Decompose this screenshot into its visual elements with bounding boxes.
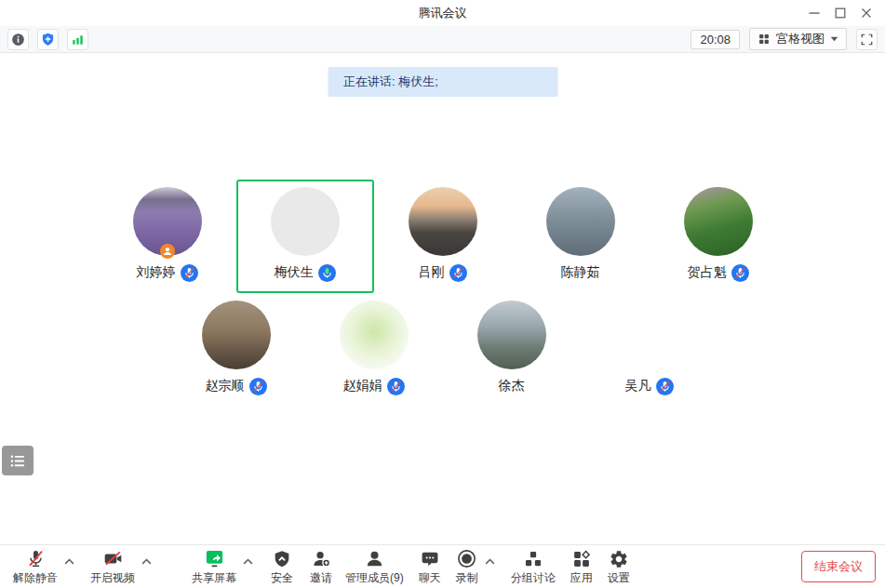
grid-view-icon	[758, 33, 771, 46]
toolbar-unmute[interactable]: 解除静音	[13, 548, 58, 586]
signal-bars-icon	[70, 32, 86, 47]
video-options-caret[interactable]	[141, 557, 153, 566]
toolbar-chat[interactable]: 聊天	[419, 548, 441, 586]
toolbar-record[interactable]: 录制	[456, 548, 478, 586]
top-toolbar: 20:08 宫格视图	[0, 26, 885, 53]
breakout-blocks-icon	[523, 549, 543, 569]
apps-grid-icon	[571, 549, 592, 569]
view-switcher-label: 宫格视图	[776, 31, 825, 47]
toolbar-apps-label: 应用	[570, 570, 593, 586]
toolbar-invite[interactable]: 邀请	[310, 548, 332, 586]
toolbar-invite-label: 邀请	[310, 570, 332, 586]
mic-muted-icon	[181, 264, 198, 282]
security-status-button[interactable]	[37, 29, 59, 50]
mic-muted-icon	[731, 264, 749, 282]
bottom-toolbar: 解除静音 开启视频 共享屏幕 安全 邀请 管理成员(9) 聊天 录制 分组讨论 …	[0, 544, 885, 588]
participant-name: 贺占魁	[688, 264, 727, 281]
members-icon	[364, 548, 385, 569]
participant-tile-0[interactable]: 刘婷婷	[99, 180, 236, 293]
avatar	[684, 187, 753, 256]
participant-tile-3[interactable]: 陈静茹	[512, 180, 650, 293]
end-meeting-button[interactable]: 结束会议	[801, 551, 876, 582]
toolbar-unmute-label: 解除静音	[13, 570, 58, 586]
participant-name: 吴凡	[625, 378, 651, 394]
meeting-info-button[interactable]	[7, 29, 29, 50]
minimize-button[interactable]	[801, 2, 827, 24]
toolbar-start-video-label: 开启视频	[90, 570, 135, 586]
participant-tile-2[interactable]: 吕刚	[374, 180, 512, 293]
avatar	[477, 301, 546, 369]
participant-grid: 刘婷婷 梅伏生 吕刚	[0, 180, 885, 407]
avatar	[409, 187, 477, 256]
participant-name: 赵娟娟	[343, 378, 382, 394]
mic-muted-icon	[656, 378, 674, 395]
chat-bubble-icon	[420, 549, 440, 569]
top-toolbar-right: 20:08 宫格视图	[691, 28, 878, 50]
toolbar-start-video[interactable]: 开启视频	[90, 548, 135, 586]
participant-name: 赵宗顺	[206, 378, 245, 394]
camera-off-icon	[102, 548, 124, 569]
participant-tile-6[interactable]: 赵娟娟	[305, 293, 443, 407]
participant-tile-4[interactable]: 贺占魁	[650, 180, 787, 293]
participant-tile-7[interactable]: 徐杰	[443, 293, 581, 407]
avatar	[202, 301, 271, 369]
toolbar-apps[interactable]: 应用	[570, 548, 593, 586]
meeting-timer: 20:08	[691, 30, 740, 49]
mic-muted-icon	[387, 378, 405, 395]
grid-row-2: 赵宗顺 赵娟娟 徐杰	[0, 293, 885, 407]
participant-tile-5[interactable]: 赵宗顺	[168, 293, 305, 407]
top-toolbar-left	[7, 29, 88, 50]
toolbar-record-label: 录制	[456, 570, 478, 586]
info-icon	[10, 32, 26, 47]
mic-off-icon	[25, 548, 47, 569]
gear-icon	[609, 549, 629, 569]
invite-person-icon	[311, 548, 332, 569]
list-icon	[9, 454, 27, 468]
mic-muted-icon	[249, 378, 267, 395]
grid-row-1: 刘婷婷 梅伏生 吕刚	[0, 180, 885, 293]
window-title: 腾讯会议	[419, 5, 467, 21]
toolbar-breakout-rooms[interactable]: 分组讨论	[511, 548, 556, 586]
network-status-button[interactable]	[67, 29, 88, 50]
toolbar-manage-members-label: 管理成员(9)	[345, 570, 404, 586]
member-list-toggle-button[interactable]	[2, 446, 34, 475]
shield-plus-icon	[40, 32, 56, 47]
toolbar-settings[interactable]: 设置	[608, 548, 630, 586]
security-shield-icon	[272, 549, 292, 569]
member-role-badge-icon	[160, 244, 175, 259]
toolbar-share-screen[interactable]: 共享屏幕	[192, 548, 236, 586]
participant-name: 吕刚	[419, 264, 445, 281]
record-options-caret[interactable]	[484, 557, 496, 566]
participant-name: 陈静茹	[561, 264, 600, 281]
toolbar-manage-members[interactable]: 管理成员(9)	[345, 548, 404, 586]
toolbar-settings-label: 设置	[608, 570, 630, 586]
fullscreen-icon	[860, 33, 874, 47]
mic-speaking-icon	[318, 264, 336, 282]
mic-muted-icon	[449, 264, 467, 282]
participant-name: 梅伏生	[275, 264, 314, 281]
speaking-banner: 正在讲话: 梅伏生;	[328, 67, 557, 97]
chevron-down-icon	[830, 36, 838, 42]
close-button[interactable]	[853, 2, 879, 24]
participant-name: 徐杰	[499, 378, 525, 394]
maximize-button[interactable]	[827, 2, 853, 24]
record-icon	[456, 548, 477, 569]
screen-share-icon	[204, 548, 225, 569]
window-controls	[801, 0, 879, 26]
avatar	[546, 187, 615, 256]
participant-tile-1[interactable]: 梅伏生	[236, 180, 374, 293]
participant-tile-8[interactable]: 吴凡	[581, 293, 718, 407]
toolbar-security[interactable]: 安全	[271, 548, 293, 586]
participant-name: 刘婷婷	[137, 264, 176, 281]
toolbar-share-screen-label: 共享屏幕	[192, 570, 236, 586]
avatar	[340, 301, 409, 369]
avatar	[271, 187, 340, 256]
fullscreen-button[interactable]	[856, 29, 878, 50]
title-bar: 腾讯会议	[0, 0, 885, 26]
share-options-caret[interactable]	[242, 557, 254, 566]
unmute-options-caret[interactable]	[63, 557, 75, 566]
meeting-stage: 正在讲话: 梅伏生; 刘婷婷 梅伏生 吕刚	[0, 53, 885, 588]
view-switcher[interactable]: 宫格视图	[749, 28, 847, 50]
toolbar-security-label: 安全	[271, 570, 293, 586]
toolbar-breakout-rooms-label: 分组讨论	[511, 570, 556, 586]
